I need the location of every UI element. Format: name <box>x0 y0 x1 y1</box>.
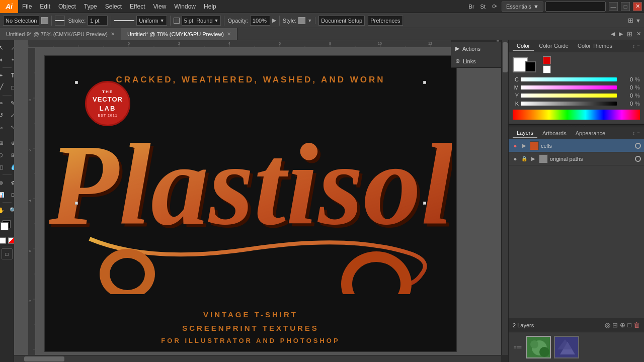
selection-handle-tr[interactable] <box>423 81 426 84</box>
menu-window[interactable]: Window <box>170 0 200 13</box>
color-guide-tab[interactable]: Color Guide <box>535 42 573 51</box>
layer-cells-target[interactable] <box>635 143 641 149</box>
selection-handle-ml[interactable] <box>75 202 78 205</box>
artboards-tab[interactable]: Artboards <box>538 129 571 137</box>
stroke-type-dropdown[interactable]: Uniform ▼ <box>136 16 167 26</box>
fill-swatch[interactable] <box>41 17 48 24</box>
color-panel-menu[interactable]: ≡ <box>637 43 640 49</box>
layer-paths-expand[interactable]: ▶ <box>530 155 537 162</box>
k-slider[interactable] <box>521 102 617 106</box>
maximize-button[interactable]: □ <box>621 2 630 11</box>
perspective-tool[interactable]: ⬡ <box>0 149 7 160</box>
tab-scroll-right[interactable]: ▶ <box>618 30 624 38</box>
appearance-tab[interactable]: Appearance <box>572 129 609 137</box>
menu-view[interactable]: View <box>149 0 171 13</box>
sync-icon[interactable]: ⟳ <box>490 2 500 12</box>
layer-thumb-1[interactable] <box>526 336 551 358</box>
m-slider[interactable] <box>521 85 617 89</box>
layers-delete[interactable]: 🗑 <box>633 321 640 329</box>
stroke-options-icon[interactable] <box>55 16 65 26</box>
layer-thumb-2[interactable] <box>554 336 579 358</box>
y-slider[interactable] <box>521 94 617 98</box>
panel-close-btn[interactable]: ✕ <box>635 30 642 38</box>
canvas-area[interactable]: 0 2 4 6 8 10 12 <box>14 40 508 362</box>
color-spectrum[interactable] <box>513 110 640 120</box>
opacity-input[interactable]: 100% <box>250 16 270 26</box>
search-box[interactable] <box>545 2 606 12</box>
layer-paths-visibility[interactable]: ● <box>512 155 519 162</box>
artwork-canvas[interactable]: CRACKED, WEATHERED, WASHED, AND WORN THE… <box>44 55 457 352</box>
menu-effect[interactable]: Effect <box>126 0 149 13</box>
graph-tool[interactable]: 📊 <box>0 189 7 200</box>
magic-wand-tool[interactable]: ✦ <box>0 54 7 65</box>
none-swatch[interactable] <box>0 237 6 244</box>
layers-locate-icon[interactable]: ◎ <box>605 321 610 329</box>
tab-0-close[interactable]: ✕ <box>111 31 115 37</box>
actions-panel-collapse[interactable]: ≡ <box>497 40 499 44</box>
layers-new-layer[interactable]: □ <box>627 321 631 329</box>
color-bg-swatch[interactable] <box>525 61 536 72</box>
swap-colors-icon[interactable] <box>8 237 15 244</box>
stroke-weight-input[interactable]: 1 pt <box>88 16 108 26</box>
layers-panel-expand[interactable]: ↕ <box>632 130 635 136</box>
c-slider[interactable] <box>521 77 617 81</box>
layers-tab[interactable]: Layers <box>513 129 537 138</box>
k-value[interactable]: 0 <box>619 101 633 107</box>
menu-help[interactable]: Help <box>200 0 220 13</box>
layer-paths-target[interactable] <box>635 156 641 162</box>
vertical-scroll-thumb[interactable] <box>503 42 508 72</box>
free-transform-tool[interactable]: ⊞ <box>0 137 7 148</box>
tab-0[interactable]: Untitled-9* @ 78% (CMYK/GPU Preview) ✕ <box>0 28 121 40</box>
bridge-icon[interactable]: Br <box>467 0 476 13</box>
change-screen-mode[interactable]: □ <box>2 248 13 259</box>
search-input[interactable] <box>549 4 602 10</box>
layer-paths-lock[interactable]: 🔒 <box>521 155 528 162</box>
tab-1[interactable]: Untitled* @ 78% (CMYK/GPU Preview) ✕ <box>121 28 237 40</box>
color-indicator[interactable] <box>543 56 551 64</box>
document-setup-button[interactable]: Document Setup <box>318 16 365 26</box>
layers-panel-menu[interactable]: ≡ <box>637 130 640 136</box>
warp-tool[interactable]: ⤿ <box>0 122 7 133</box>
tab-1-close[interactable]: ✕ <box>227 31 231 37</box>
layers-new-sublayer[interactable]: ⊕ <box>620 321 625 329</box>
horizontal-scroll-thumb[interactable] <box>24 356 64 361</box>
tab-scroll-left[interactable]: ◀ <box>610 30 616 38</box>
y-value[interactable]: 0 <box>619 93 633 99</box>
c-value[interactable]: 0 <box>619 76 633 82</box>
actions-button[interactable]: ▶ Actions <box>451 42 501 55</box>
foreground-color-swatch[interactable] <box>1 222 9 230</box>
preferences-button[interactable]: Preferences <box>368 16 403 26</box>
selection-handle-mr[interactable] <box>423 202 426 205</box>
menu-file[interactable]: File <box>18 0 36 13</box>
menu-edit[interactable]: Edit <box>36 0 54 13</box>
color-panel-expand[interactable]: ↕ <box>632 43 635 49</box>
essentials-button[interactable]: Essentials ▼ <box>502 2 543 12</box>
layers-new-layer-from-selection[interactable]: ⊞ <box>612 321 618 329</box>
layer-cells-row[interactable]: ● ▶ cells <box>509 139 644 152</box>
arrange-icon[interactable]: ⊞ <box>628 17 633 24</box>
paintbrush-tool[interactable]: ✏ <box>0 98 7 109</box>
rotate-tool[interactable]: ↺ <box>0 110 7 121</box>
color-white-swatch[interactable] <box>543 65 551 73</box>
layer-cells-expand[interactable]: ▶ <box>521 142 528 149</box>
line-tool[interactable]: ╱ <box>0 82 7 93</box>
selection-tool[interactable]: ↖ <box>0 42 7 53</box>
horizontal-scrollbar[interactable] <box>14 355 501 362</box>
brush-dropdown[interactable]: 5 pt. Round ▼ <box>182 16 221 26</box>
menu-type[interactable]: Type <box>80 0 101 13</box>
color-tab[interactable]: Color <box>513 42 534 51</box>
layer-paths-row[interactable]: ● 🔒 ▶ original paths <box>509 152 644 165</box>
minimize-button[interactable]: — <box>609 2 618 11</box>
m-value[interactable]: 0 <box>619 84 633 90</box>
stock-icon[interactable]: St <box>478 0 488 13</box>
close-button[interactable]: ✕ <box>633 2 642 11</box>
gradient-tool[interactable]: ◫ <box>0 161 7 172</box>
panel-resize-btn[interactable]: ⊞ <box>626 29 633 39</box>
selection-handle-tl[interactable] <box>75 81 78 84</box>
hand-tool[interactable]: ✋ <box>0 205 7 216</box>
links-button[interactable]: ⊗ Links <box>451 55 501 67</box>
menu-object[interactable]: Object <box>54 0 80 13</box>
color-themes-tab[interactable]: Color Themes <box>574 42 616 51</box>
pen-tool[interactable]: ✒ <box>0 70 7 81</box>
selection-dropdown[interactable]: No Selection <box>3 16 39 26</box>
